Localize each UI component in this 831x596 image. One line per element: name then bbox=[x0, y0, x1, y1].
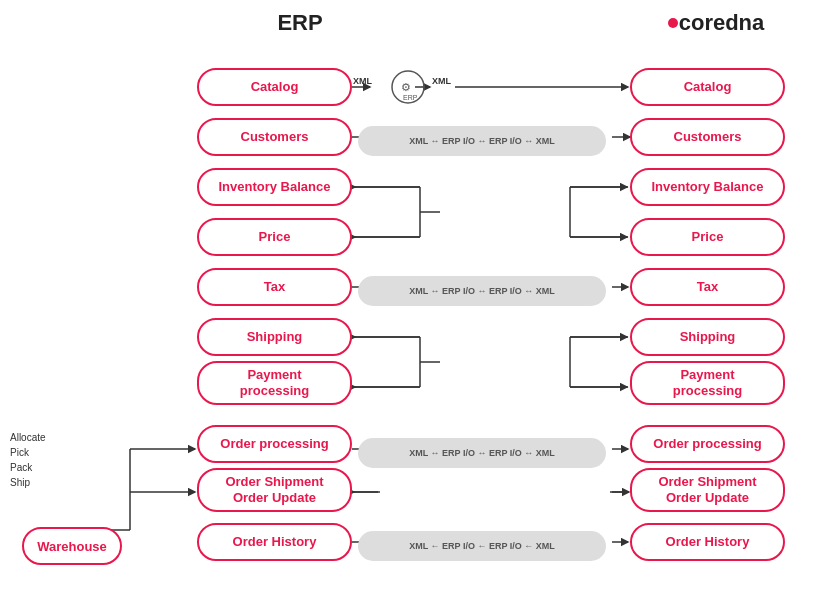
pill-order: XML ↔ ERP I/O ↔ ERP I/O ↔ XML bbox=[358, 438, 606, 468]
cdn-payment: Paymentprocessing bbox=[630, 361, 785, 405]
erp-customers: Customers bbox=[197, 118, 352, 156]
erp-header: ERP bbox=[200, 10, 400, 36]
cdn-order-history: Order History bbox=[630, 523, 785, 561]
cdn-customers: Customers bbox=[630, 118, 785, 156]
pill-history: XML ← ERP I/O ← ERP I/O ← XML bbox=[358, 531, 606, 561]
cdn-tax: Tax bbox=[630, 268, 785, 306]
cdn-order-shipment: Order ShipmentOrder Update bbox=[630, 468, 785, 512]
erp-price: Price bbox=[197, 218, 352, 256]
erp-payment: Paymentprocessing bbox=[197, 361, 352, 405]
pill-tax: XML ↔ ERP I/O ↔ ERP I/O ↔ XML bbox=[358, 276, 606, 306]
cdn-catalog: Catalog bbox=[630, 68, 785, 106]
warehouse-box: Warehouse bbox=[22, 527, 122, 565]
cdn-price: Price bbox=[630, 218, 785, 256]
cdn-inventory: Inventory Balance bbox=[630, 168, 785, 206]
erp-shipping: Shipping bbox=[197, 318, 352, 356]
svg-point-5 bbox=[392, 71, 424, 103]
erp-order-history: Order History bbox=[197, 523, 352, 561]
coredna-label: coredna bbox=[679, 10, 765, 36]
erp-order-processing: Order processing bbox=[197, 425, 352, 463]
erp-catalog: Catalog bbox=[197, 68, 352, 106]
svg-text:⚙: ⚙ bbox=[401, 81, 411, 93]
coredna-dot bbox=[668, 18, 678, 28]
erp-inventory: Inventory Balance bbox=[197, 168, 352, 206]
svg-text:XML: XML bbox=[432, 76, 452, 86]
erp-order-shipment: Order ShipmentOrder Update bbox=[197, 468, 352, 512]
pill-customers: XML ↔ ERP I/O ↔ ERP I/O ↔ XML bbox=[358, 126, 606, 156]
svg-text:XML: XML bbox=[353, 76, 373, 86]
cdn-order-processing: Order processing bbox=[630, 425, 785, 463]
coredna-header: coredna bbox=[631, 10, 801, 36]
svg-text:ERP: ERP bbox=[403, 94, 418, 101]
warehouse-side-labels: AllocatePickPackShip bbox=[10, 430, 46, 490]
erp-tax: Tax bbox=[197, 268, 352, 306]
diagram: ERP coredna XML XML ⚙ ERP bbox=[0, 0, 831, 596]
cdn-shipping: Shipping bbox=[630, 318, 785, 356]
